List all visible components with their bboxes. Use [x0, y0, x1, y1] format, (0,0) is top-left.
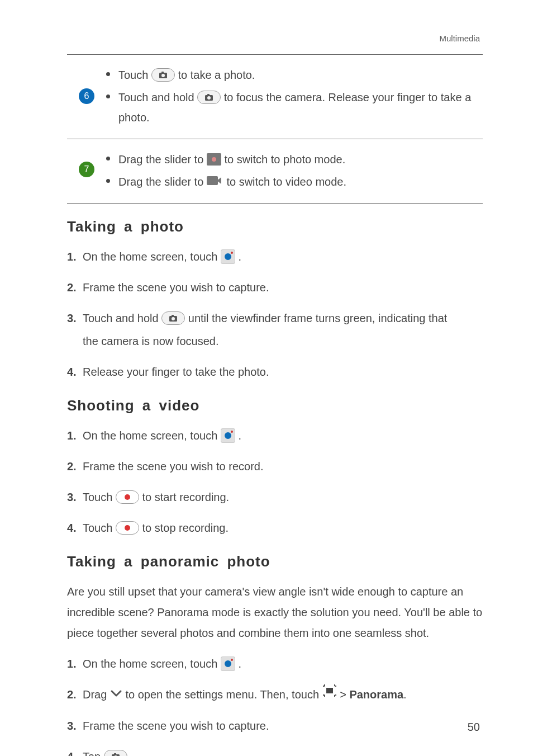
step-number: 2.	[67, 456, 77, 477]
text: to switch to video mode.	[226, 176, 346, 188]
photo-mode-icon	[207, 153, 221, 166]
camera-app-icon	[221, 656, 235, 671]
text: .	[127, 750, 131, 756]
text: Drag the slider to	[118, 153, 207, 166]
list-item: Drag the slider to to switch to video mo…	[106, 172, 483, 192]
capture-mode-icon	[322, 683, 337, 704]
step-number: 3.	[67, 716, 77, 736]
heading-panoramic: Taking a panoramic photo	[67, 553, 483, 570]
list-item: 3. Frame the scene you wish to capture.	[67, 716, 483, 736]
table-row: 7 Drag the slider to to switch to photo …	[67, 139, 483, 203]
chevron-down-icon	[110, 684, 122, 705]
text: .	[238, 429, 241, 442]
instruction-table: 6 Touch to take a photo. Touch and hold …	[67, 55, 483, 204]
list-item: 1. On the home screen, touch .	[67, 247, 483, 267]
step-number: 3.	[67, 487, 77, 508]
text: .	[238, 658, 241, 670]
shutter-icon	[197, 91, 221, 104]
divider	[67, 203, 483, 204]
step-number: 3.	[67, 308, 77, 329]
step-number: 4.	[67, 746, 77, 756]
step-number: 1.	[67, 247, 77, 267]
text: to start recording.	[142, 491, 230, 503]
step-number: 1.	[67, 654, 77, 674]
svg-point-2	[161, 74, 165, 77]
text: >	[340, 688, 349, 701]
list-item: 4. Touch to stop recording.	[67, 518, 483, 538]
list-item: 4. Release your finger to take the photo…	[67, 362, 483, 382]
text: to stop recording.	[142, 522, 229, 534]
text: Touch and hold	[83, 312, 161, 324]
list-item: Touch and hold to focus the camera. Rele…	[106, 87, 483, 127]
record-icon	[116, 521, 139, 535]
text: Drag the slider to	[118, 176, 207, 188]
text: Touch and hold	[118, 91, 197, 103]
paragraph: Are you still upset that your camera's v…	[67, 582, 483, 644]
svg-rect-9	[326, 688, 333, 693]
text: On the home screen, touch	[83, 251, 221, 263]
text: Drag	[83, 688, 110, 701]
svg-rect-1	[161, 72, 164, 73]
camera-app-icon	[221, 428, 235, 443]
shutter-icon	[151, 68, 175, 82]
step-number: 4.	[67, 362, 77, 382]
text: the camera is now focused.	[83, 331, 483, 352]
svg-point-8	[172, 317, 175, 320]
video-mode-icon	[207, 176, 223, 187]
text: to focus the camera. Release your finger…	[224, 91, 441, 103]
text: Touch	[83, 491, 116, 503]
shutter-icon	[161, 311, 185, 325]
text: On the home screen, touch	[83, 658, 221, 670]
heading-taking-photo: Taking a photo	[67, 218, 483, 235]
text: until the viewfinder frame turns green, …	[188, 312, 448, 324]
page-number: 50	[468, 721, 480, 734]
text: Touch	[118, 69, 151, 81]
text: On the home screen, touch	[83, 429, 221, 442]
list-item: Drag the slider to to switch to photo mo…	[106, 149, 483, 169]
record-icon	[116, 490, 139, 504]
step-number: 2.	[67, 684, 77, 705]
list-item: 1. On the home screen, touch .	[67, 426, 483, 446]
text: Frame the scene you wish to capture.	[83, 720, 269, 732]
table-row: 6 Touch to take a photo. Touch and hold …	[67, 55, 483, 139]
list-item: Touch to take a photo.	[106, 65, 483, 85]
camera-app-icon	[221, 249, 235, 264]
step-number: 2.	[67, 277, 77, 298]
text: to switch to photo mode.	[224, 153, 345, 166]
text: .	[403, 688, 407, 701]
step-badge-6: 6	[79, 88, 94, 104]
list-item: 3. Touch and hold until the viewfinder f…	[67, 308, 483, 352]
list-item: 2. Frame the scene you wish to record.	[67, 456, 483, 477]
list-item: 2. Drag to open the settings menu. Then,…	[67, 684, 483, 706]
shutter-icon	[104, 750, 127, 756]
list-item: 1. On the home screen, touch .	[67, 654, 483, 674]
list-item: 3. Touch to start recording.	[67, 487, 483, 508]
menu-label-panorama: Panorama	[349, 688, 403, 701]
svg-rect-11	[114, 753, 116, 755]
text: Touch	[83, 522, 116, 534]
page-header-label: Multimedia	[67, 34, 483, 43]
text: .	[238, 251, 241, 263]
list-item: 4. Tap .	[67, 746, 483, 756]
step-number: 1.	[67, 426, 77, 446]
list-item: 2. Frame the scene you wish to capture.	[67, 277, 483, 298]
svg-rect-7	[172, 315, 174, 316]
text: Frame the scene you wish to record.	[83, 460, 263, 472]
svg-point-5	[207, 96, 211, 100]
text: Frame the scene you wish to capture.	[83, 281, 269, 294]
text: Tap	[83, 750, 104, 756]
step-number: 4.	[67, 518, 77, 538]
text: to open the settings menu. Then, touch	[125, 688, 322, 701]
step-badge-7: 7	[79, 162, 94, 177]
text: to take a photo.	[178, 69, 255, 81]
text: Release your finger to take the photo.	[83, 366, 269, 378]
svg-rect-4	[207, 94, 210, 96]
heading-shooting-video: Shooting a video	[67, 397, 483, 414]
